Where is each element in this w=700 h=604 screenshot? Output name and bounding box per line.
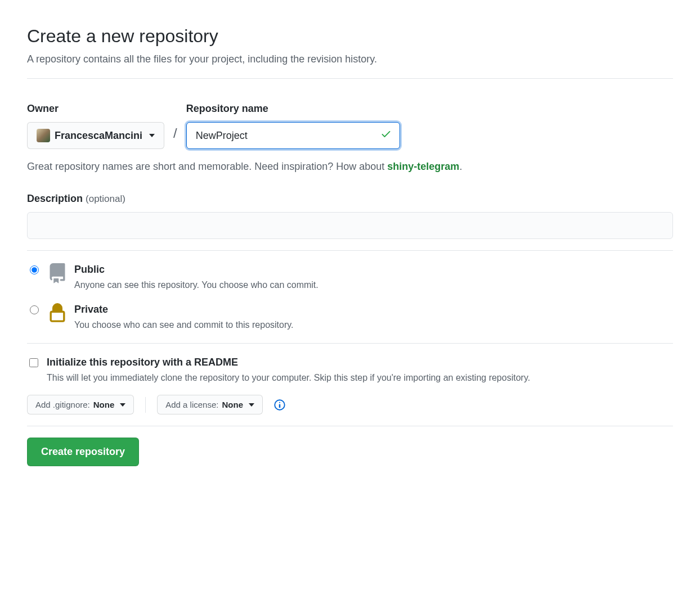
page-subtitle: A repository contains all the files for … <box>27 52 673 67</box>
path-separator: / <box>171 123 180 149</box>
avatar <box>37 129 50 142</box>
readme-checkbox[interactable] <box>29 358 38 367</box>
caret-down-icon <box>120 403 125 407</box>
info-icon[interactable] <box>274 399 285 411</box>
repo-name-input-wrap <box>186 122 400 149</box>
visibility-public-row: Public Anyone can see this repository. Y… <box>27 262 673 292</box>
repo-name-hint: Great repository names are short and mem… <box>27 159 673 174</box>
separator <box>145 397 146 413</box>
repo-name-label: Repository name <box>186 101 400 116</box>
readme-row: Initialize this repository with a README… <box>27 355 673 385</box>
divider <box>27 426 673 426</box>
divider <box>27 343 673 344</box>
divider <box>27 78 673 79</box>
owner-username: FrancescaMancini <box>55 130 142 142</box>
visibility-public-subtitle: Anyone can see this repository. You choo… <box>74 278 318 292</box>
visibility-private-row: Private You choose who can see and commi… <box>27 302 673 332</box>
visibility-private-subtitle: You choose who can see and commit to thi… <box>74 318 294 332</box>
owner-select-button[interactable]: FrancescaMancini <box>27 122 164 149</box>
owner-label: Owner <box>27 101 164 116</box>
license-select-button[interactable]: Add a license: None <box>157 395 263 414</box>
lock-icon <box>47 302 68 328</box>
repo-icon <box>47 262 68 288</box>
visibility-private-radio[interactable] <box>30 305 39 314</box>
description-input[interactable] <box>27 212 673 239</box>
repo-name-input[interactable] <box>187 123 400 148</box>
create-repository-button[interactable]: Create repository <box>27 438 139 466</box>
description-label: Description (optional) <box>27 191 673 206</box>
caret-down-icon <box>249 403 254 407</box>
visibility-public-radio[interactable] <box>30 265 39 274</box>
caret-down-icon <box>149 134 155 137</box>
check-icon <box>380 128 392 143</box>
visibility-public-title: Public <box>74 262 318 277</box>
gitignore-select-button[interactable]: Add .gitignore: None <box>27 395 134 414</box>
readme-title: Initialize this repository with a README <box>47 355 530 370</box>
page-title: Create a new repository <box>27 22 673 49</box>
readme-subtitle: This will let you immediately clone the … <box>47 371 530 385</box>
repo-name-suggestion[interactable]: shiny-telegram <box>387 161 459 172</box>
visibility-private-title: Private <box>74 302 294 317</box>
divider <box>27 250 673 251</box>
svg-point-2 <box>279 402 280 403</box>
